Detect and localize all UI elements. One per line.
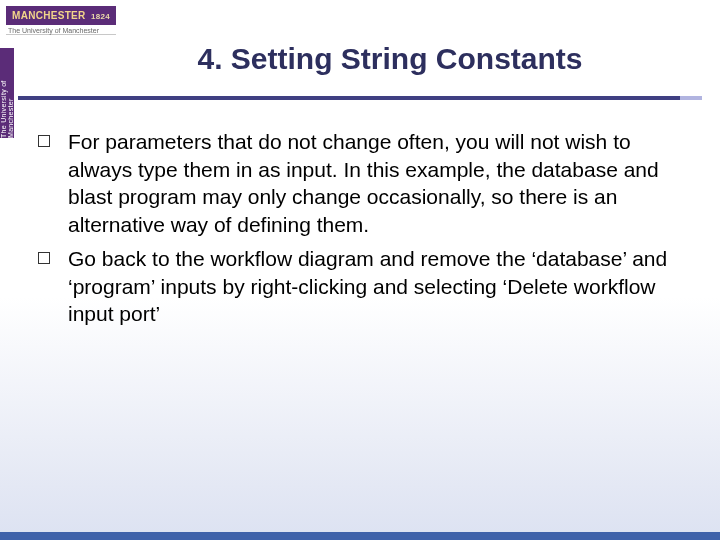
- bullet-text: For parameters that do not change often,…: [68, 128, 680, 239]
- logo-name: MANCHESTER: [12, 10, 86, 21]
- logo-year: 1824: [91, 12, 110, 21]
- slide-title: 4. Setting String Constants: [0, 42, 720, 76]
- bullet-icon: [38, 135, 50, 147]
- footer-bar: [0, 532, 720, 540]
- bullet-text: Go back to the workflow diagram and remo…: [68, 245, 680, 328]
- logo-subtext: The University of Manchester: [6, 25, 116, 35]
- list-item: For parameters that do not change often,…: [38, 128, 680, 239]
- list-item: Go back to the workflow diagram and remo…: [38, 245, 680, 328]
- university-logo: MANCHESTER 1824 The University of Manche…: [6, 6, 116, 35]
- slide-content: For parameters that do not change often,…: [38, 128, 680, 334]
- bullet-icon: [38, 252, 50, 264]
- logo-badge: MANCHESTER 1824: [6, 6, 116, 25]
- title-rule: [18, 96, 702, 100]
- slide: MANCHESTER 1824 The University of Manche…: [0, 0, 720, 540]
